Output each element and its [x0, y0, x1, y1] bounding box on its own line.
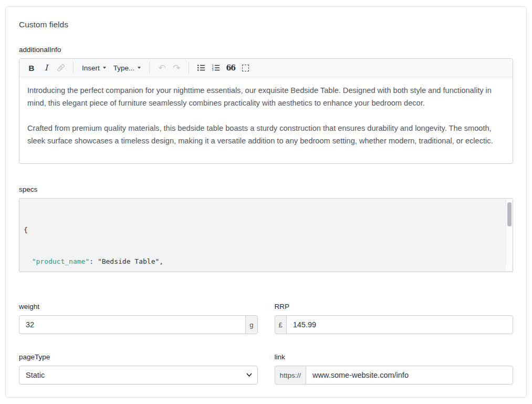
dashed-square-icon [242, 65, 249, 71]
type-dropdown[interactable]: Type... [110, 61, 144, 75]
insert-dropdown[interactable]: Insert [79, 61, 109, 75]
specs-label: specs [19, 185, 513, 193]
svg-text:3: 3 [212, 68, 214, 71]
editor-paragraph: Crafted from premium quality materials, … [27, 122, 505, 147]
bullet-list-icon [196, 63, 206, 72]
specs-code-editor[interactable]: { "product_name": "Bedside Table", "mate… [19, 198, 513, 272]
weight-input[interactable] [19, 315, 246, 334]
protocol-addon: https:// [275, 366, 307, 385]
blockquote-button[interactable]: 66 [224, 61, 237, 75]
redo-icon: ↷ [173, 64, 180, 72]
additional-info-label: additionalInfo [19, 46, 513, 54]
code-line: "product_name": "Bedside Table", [24, 256, 502, 267]
link-input[interactable] [306, 366, 513, 385]
weight-label: weight [19, 303, 258, 310]
undo-button[interactable]: ↶ [155, 61, 169, 75]
specs-scrollbar[interactable] [506, 199, 513, 265]
page-type-field: pageType Static [19, 353, 258, 385]
link-button[interactable] [54, 61, 68, 75]
insert-dropdown-label: Insert [82, 64, 100, 72]
visual-blocks-button[interactable] [238, 61, 252, 75]
caret-down-icon [103, 67, 106, 69]
numbered-list-icon: 1 2 3 [211, 63, 221, 72]
link-label: link [275, 353, 514, 361]
resize-grip-icon[interactable] [506, 265, 512, 271]
toolbar-separator [149, 62, 150, 74]
weight-unit-addon: g [245, 315, 257, 334]
toolbar-separator [73, 62, 74, 74]
scrollbar-thumb[interactable] [507, 202, 512, 226]
panel-title: Custom fields [19, 20, 513, 29]
editor-toolbar: B I Insert Type... [19, 59, 513, 77]
caret-down-icon [138, 67, 141, 69]
rrp-label: RRP [275, 303, 514, 310]
bold-button[interactable]: B [25, 61, 38, 75]
type-dropdown-label: Type... [113, 64, 135, 72]
page-type-label: pageType [19, 353, 258, 361]
toolbar-separator [189, 62, 189, 74]
bullet-list-button[interactable] [194, 61, 208, 75]
currency-addon: £ [275, 315, 287, 334]
link-field: link https:// [275, 353, 514, 385]
italic-button[interactable]: I [39, 61, 53, 75]
custom-fields-panel: Custom fields additionalInfo B I Insert [5, 6, 527, 398]
weight-field: weight g [19, 303, 258, 334]
page-type-select[interactable]: Static [19, 366, 258, 385]
rrp-field: RRP £ [275, 303, 514, 334]
undo-icon: ↶ [158, 64, 165, 72]
blockquote-icon: 66 [226, 64, 235, 72]
redo-button[interactable]: ↷ [170, 61, 183, 75]
editor-paragraph: Introducing the perfect companion for yo… [27, 84, 505, 109]
rich-text-editor: B I Insert Type... [19, 58, 513, 164]
rrp-input[interactable] [286, 315, 513, 334]
code-line: { [24, 225, 502, 235]
link-icon [56, 63, 66, 72]
numbered-list-button[interactable]: 1 2 3 [209, 61, 223, 75]
editor-content[interactable]: Introducing the perfect companion for yo… [19, 77, 513, 154]
